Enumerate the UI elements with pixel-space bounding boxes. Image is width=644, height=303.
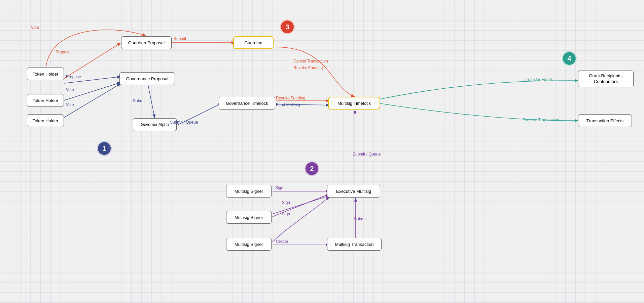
token-holder-2-node: Token Holder — [27, 94, 64, 107]
governance-timelock-node: Governance Timelock — [219, 97, 275, 110]
multisig-timelock-label: Multisig Timelock — [337, 101, 371, 106]
diagram-canvas: Token Holder Token Holder Token Holder G… — [0, 0, 644, 303]
token-holder-1-label: Token Holder — [33, 72, 59, 77]
cancel-tx-label: Cancel Transaction — [293, 59, 328, 63]
token-holder-2-label: Token Holder — [33, 98, 59, 103]
guardian-proposal-node: Guardian Proposal — [121, 36, 172, 49]
multisig-signer-3-node: Multisig Signer — [226, 238, 272, 251]
submit-label-2: Submit — [133, 98, 145, 103]
badge-4-label: 4 — [567, 55, 571, 62]
submit-queue-label-1: Submit / Queue — [170, 120, 198, 125]
vote-label-2: Vote — [66, 87, 74, 92]
executive-multisig-label: Executive Multisig — [336, 189, 371, 194]
revoke-funding-label-1: Revoke Funding — [293, 66, 323, 70]
vote-label-1: Vote — [31, 25, 39, 30]
grant-recipients-node: Grant Recipients,Contributors — [578, 71, 634, 87]
token-holder-3-label: Token Holder — [33, 118, 59, 123]
token-holder-3-node: Token Holder — [27, 114, 64, 127]
create-label-1: Create — [276, 239, 288, 244]
multisig-signer-1-node: Multisig Signer — [226, 185, 272, 198]
multisig-signer-2-label: Multisig Signer — [235, 215, 263, 220]
propose-label-1: Propose — [56, 50, 71, 54]
badge-3: 3 — [280, 19, 295, 34]
execute-tx-label: Execute Transaction — [523, 118, 559, 122]
token-holder-1-node: Token Holder — [27, 68, 64, 80]
sign-label-1: Sign — [275, 185, 283, 190]
sign-label-2: Sign — [282, 200, 290, 205]
transfer-funds-label: Transfer Funds — [526, 77, 553, 82]
arrows-layer — [0, 0, 644, 303]
badge-2: 2 — [305, 161, 319, 176]
multisig-signer-3-label: Multisig Signer — [235, 242, 263, 247]
executive-multisig-node: Executive Multisig — [327, 185, 380, 198]
badge-1: 1 — [97, 141, 112, 156]
transaction-effects-label: Transaction Effects — [586, 118, 624, 123]
revoke-funding-label-2: Revoke Funding — [276, 96, 305, 100]
governance-proposal-node: Governance Proposal — [119, 72, 175, 85]
submit-label-1: Submit — [174, 36, 186, 41]
multisig-signer-2-node: Multisig Signer — [226, 211, 272, 224]
badge-2-label: 2 — [310, 165, 314, 173]
guardian-node: Guardian — [233, 36, 274, 49]
multisig-transaction-node: Multisig Transaction — [327, 238, 382, 251]
badge-4: 4 — [562, 51, 577, 66]
multisig-transaction-label: Multisig Transaction — [335, 242, 374, 247]
propose-label-2: Propose — [66, 75, 81, 79]
transaction-effects-node: Transaction Effects — [578, 114, 632, 127]
multisig-signer-1-label: Multisig Signer — [235, 189, 263, 194]
governance-timelock-label: Governance Timelock — [226, 101, 268, 106]
submit-label-3: Submit — [354, 217, 366, 221]
vote-label-3: Vote — [66, 102, 74, 107]
guardian-proposal-label: Guardian Proposal — [128, 40, 165, 45]
governor-alpha-label: Governor Alpha — [141, 122, 169, 127]
badge-3-label: 3 — [285, 23, 289, 31]
guardian-label: Guardian — [244, 40, 262, 45]
badge-1-label: 1 — [102, 145, 106, 153]
fund-multisig-label: Fund Multisig — [276, 102, 300, 107]
multisig-timelock-node: Multisig Timelock — [328, 97, 380, 110]
sign-label-3: Sign — [282, 212, 290, 216]
grant-recipients-label: Grant Recipients,Contributors — [589, 73, 622, 85]
submit-queue-label-2: Submit / Queue — [353, 152, 381, 157]
governance-proposal-label: Governance Proposal — [126, 76, 169, 81]
